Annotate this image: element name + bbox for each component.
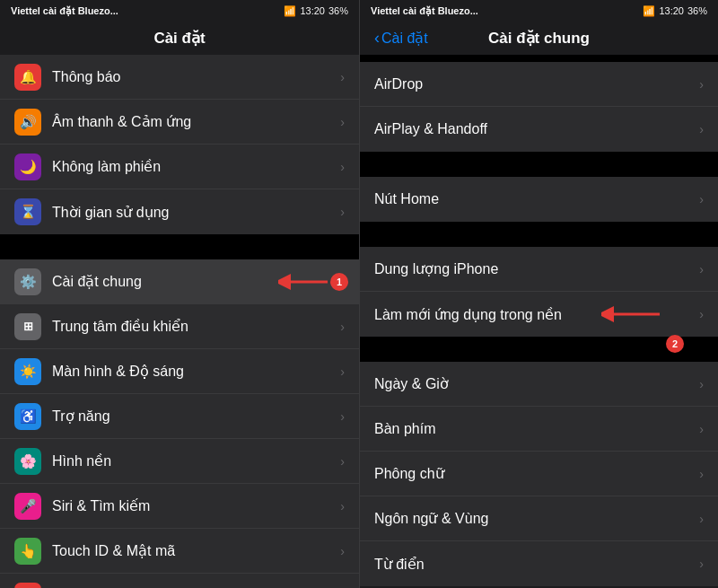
right-gap1 — [360, 152, 718, 177]
khong-lam-phien-icon: 🌙 — [14, 154, 41, 180]
trung-tam-chevron: › — [340, 320, 345, 334]
airdrop-chevron: › — [699, 77, 704, 92]
sidebar-item-am-thanh[interactable]: 🔊 Âm thanh & Cảm ứng › — [0, 100, 359, 145]
thong-bao-label: Thông báo — [52, 69, 340, 85]
right-group3: Dung lượng iPhone › Làm mới ứng dụng tro… — [360, 247, 718, 337]
ngay-gio-label: Ngày & Giờ — [374, 375, 699, 392]
sidebar-item-siri[interactable]: 🎤 Siri & Tìm kiếm › — [0, 484, 359, 529]
left-header: Cài đặt — [0, 22, 359, 55]
left-header-title: Cài đặt — [153, 30, 205, 47]
right-item-dung-luong[interactable]: Dung lượng iPhone › — [360, 247, 718, 292]
right-item-phong-chu[interactable]: Phông chữ › — [360, 452, 718, 496]
khong-lam-phien-chevron: › — [340, 160, 345, 174]
right-item-airplay[interactable]: AirPlay & Handoff › — [360, 107, 718, 152]
sidebar-item-man-hinh[interactable]: ☀️ Màn hình & Độ sáng › — [0, 349, 359, 394]
am-thanh-chevron: › — [340, 115, 345, 129]
sidebar-item-hinh-nen[interactable]: 🌸 Hình nền › — [0, 439, 359, 484]
ngon-ngu-label: Ngôn ngữ & Vùng — [374, 510, 699, 527]
right-item-ban-phim[interactable]: Bàn phím › — [360, 407, 718, 452]
thoi-gian-label: Thời gian sử dụng — [52, 204, 340, 221]
back-button[interactable]: ‹ Cài đặt — [374, 29, 428, 48]
lam-moi-chevron: › — [699, 307, 704, 321]
tu-dien-chevron: › — [699, 557, 704, 571]
right-item-tu-dien[interactable]: Từ điển › — [360, 541, 718, 586]
man-hinh-label: Màn hình & Độ sáng — [52, 363, 340, 380]
tro-nang-icon: ♿ — [14, 403, 41, 430]
hinh-nen-icon: 🌸 — [14, 448, 41, 475]
right-group4: Ngày & Giờ › Bàn phím › Phông chữ › Ngôn… — [360, 362, 718, 586]
right-gap0 — [360, 55, 718, 62]
tu-dien-label: Từ điển — [374, 556, 699, 573]
sidebar-item-thoi-gian[interactable]: ⌛ Thời gian sử dụng › — [0, 189, 359, 234]
nut-home-chevron: › — [699, 192, 704, 206]
man-hinh-icon: ☀️ — [14, 358, 41, 385]
left-scroll[interactable]: 🔔 Thông báo › 🔊 Âm thanh & Cảm ứng › 🌙 K… — [0, 55, 359, 588]
left-group2: ⚙️ Cài đặt chung › 1 — [0, 259, 359, 588]
hinh-nen-chevron: › — [340, 454, 345, 469]
man-hinh-chevron: › — [340, 364, 345, 379]
phong-chu-label: Phông chữ — [374, 465, 699, 482]
airplay-label: AirPlay & Handoff — [374, 121, 699, 137]
airplay-chevron: › — [699, 122, 704, 136]
right-header: ‹ Cài đặt Cài đặt chung — [360, 22, 718, 55]
hinh-nen-label: Hình nền — [52, 452, 340, 470]
phong-chu-chevron: › — [699, 467, 704, 481]
touch-id-chevron: › — [340, 544, 345, 558]
ngon-ngu-chevron: › — [699, 512, 704, 526]
cai-dat-chung-label: Cài đặt chung — [52, 273, 340, 290]
right-group1: AirDrop › AirPlay & Handoff › — [360, 62, 718, 152]
ngay-gio-chevron: › — [699, 377, 704, 391]
right-gap2 — [360, 222, 718, 247]
left-battery: 36% — [328, 5, 348, 16]
right-battery: 36% — [687, 5, 707, 16]
dung-luong-label: Dung lượng iPhone — [374, 260, 699, 277]
ban-phim-chevron: › — [699, 422, 704, 436]
khong-lam-phien-label: Không làm phiền — [52, 158, 340, 175]
left-gap1 — [0, 234, 359, 259]
siri-icon: 🎤 — [14, 493, 41, 520]
trung-tam-label: Trung tâm điều khiển — [52, 318, 340, 335]
right-item-ngon-ngu[interactable]: Ngôn ngữ & Vùng › — [360, 496, 718, 541]
right-header-title: Cài đặt chung — [488, 29, 590, 48]
right-carrier: Viettel cài đặt Bluezo... — [371, 5, 478, 17]
touch-id-icon: 👆 — [14, 538, 41, 565]
nut-home-label: Nút Home — [374, 191, 699, 207]
right-time: 13:20 — [659, 5, 684, 16]
sidebar-item-trung-tam[interactable]: ⊞ Trung tâm điều khiển › — [0, 304, 359, 349]
right-item-lam-moi[interactable]: Làm mới ứng dụng trong nền › 2 — [360, 292, 718, 337]
am-thanh-icon: 🔊 — [14, 109, 41, 136]
back-label: Cài đặt — [381, 30, 428, 47]
siri-label: Siri & Tìm kiếm — [52, 497, 340, 514]
cai-dat-chung-icon: ⚙️ — [14, 268, 41, 295]
thong-bao-chevron: › — [340, 70, 345, 84]
sidebar-item-cai-dat-chung[interactable]: ⚙️ Cài đặt chung › 1 — [0, 259, 359, 304]
left-wifi-icon: 📶 — [284, 5, 296, 17]
left-time: 13:20 — [300, 5, 325, 16]
sidebar-item-touch-id[interactable]: 👆 Touch ID & Mật mã › — [0, 529, 359, 574]
sidebar-item-khong-lam-phien[interactable]: 🌙 Không làm phiền › — [0, 145, 359, 189]
tro-nang-chevron: › — [340, 409, 345, 424]
thoi-gian-icon: ⌛ — [14, 198, 41, 225]
right-item-nut-home[interactable]: Nút Home › — [360, 177, 718, 222]
right-status-bar: Viettel cài đặt Bluezo... 📶 13:20 36% — [360, 0, 718, 22]
right-item-ngay-gio[interactable]: Ngày & Giờ › — [360, 362, 718, 407]
sidebar-item-sos[interactable]: SOS SOS khẩn cấp › — [0, 574, 359, 588]
am-thanh-label: Âm thanh & Cảm ứng — [52, 113, 340, 130]
right-scroll[interactable]: AirDrop › AirPlay & Handoff › Nút Home ›… — [360, 55, 718, 588]
right-wifi-icon: 📶 — [643, 5, 655, 17]
trung-tam-icon: ⊞ — [14, 313, 41, 340]
left-carrier: Viettel cài đặt Bluezo... — [11, 5, 118, 17]
right-item-airdrop[interactable]: AirDrop › — [360, 62, 718, 107]
sidebar-item-tro-nang[interactable]: ♿ Trợ năng › — [0, 394, 359, 439]
sos-icon: SOS — [14, 583, 41, 589]
airdrop-label: AirDrop — [374, 76, 699, 92]
left-status-bar: Viettel cài đặt Bluezo... 📶 13:20 36% — [0, 0, 359, 22]
right-gap3 — [360, 337, 718, 362]
tro-nang-label: Trợ năng — [52, 408, 340, 425]
thoi-gian-chevron: › — [340, 205, 345, 219]
siri-chevron: › — [340, 499, 345, 513]
cai-dat-chung-chevron: › — [340, 275, 345, 289]
left-group1: 🔔 Thông báo › 🔊 Âm thanh & Cảm ứng › 🌙 K… — [0, 55, 359, 234]
right-status-right: 📶 13:20 36% — [643, 5, 707, 17]
sidebar-item-thong-bao[interactable]: 🔔 Thông báo › — [0, 55, 359, 100]
